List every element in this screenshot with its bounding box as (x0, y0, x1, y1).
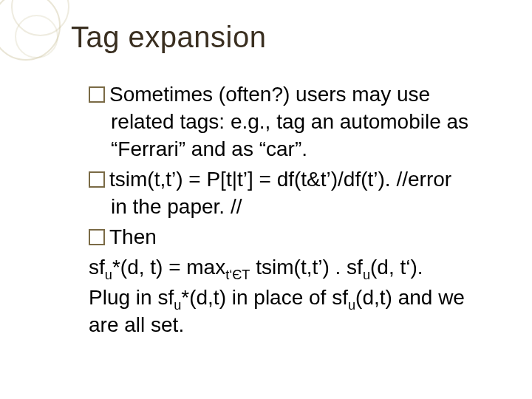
subscript: u (105, 267, 112, 282)
bullet-3: Then (89, 224, 473, 251)
txt: tsim(t,t’) . sf (250, 256, 362, 279)
subscript: t‘ЄT (225, 267, 250, 282)
bullet-1: Sometimes (often?) users may use related… (89, 81, 473, 163)
checkbox-icon (89, 229, 105, 245)
checkbox-icon (89, 171, 105, 188)
txt: *(d,t) in place of sf (181, 286, 348, 309)
slide-title: Tag expansion (71, 21, 266, 54)
bullet-2: tsim(t,t’) = P[t|t’] = df(t&t’)/df(t’). … (89, 166, 473, 221)
txt: *(d, t) = max (112, 256, 225, 279)
bullet-3-text: Then (109, 225, 157, 248)
bullet-1-text: Sometimes (often?) users may use related… (109, 83, 468, 160)
txt: sf (89, 256, 105, 279)
bullet-2-text: tsim(t,t’) = P[t|t’] = df(t&t’)/df(t’). … (109, 168, 451, 218)
txt: (d, t‘). (370, 256, 423, 279)
txt: Plug in sf (89, 286, 174, 309)
formula-line-2: Plug in sfu*(d,t) in place of sfu(d,t) a… (89, 284, 473, 339)
checkbox-icon (89, 86, 105, 103)
slide: Tag expansion Sometimes (often?) users m… (0, 0, 532, 399)
subscript: u (174, 297, 181, 312)
subscript: u (363, 267, 370, 282)
formula-line-1: sfu*(d, t) = maxt‘ЄT tsim(t,t’) . sfu(d,… (89, 254, 473, 282)
subscript: u (348, 297, 355, 312)
slide-body: Sometimes (often?) users may use related… (89, 81, 473, 342)
